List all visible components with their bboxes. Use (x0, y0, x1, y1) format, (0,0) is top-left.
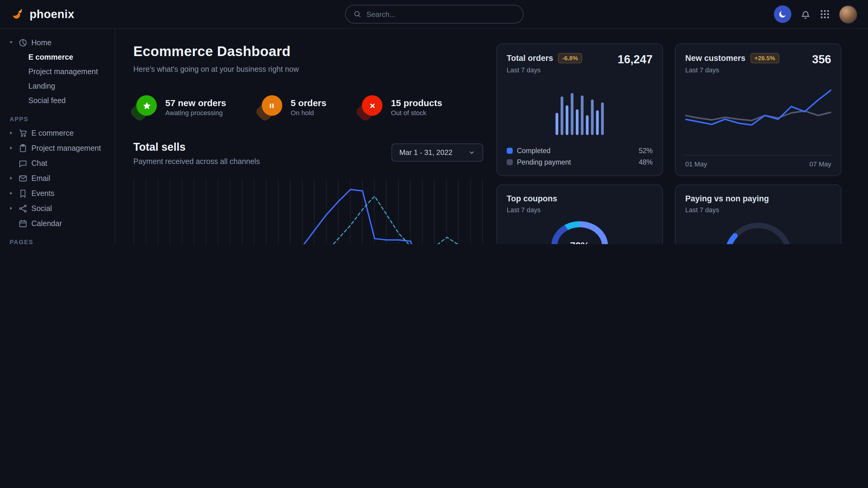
top-coupons-card: Top coupons Last 7 days 72% Percentage d… (496, 185, 663, 244)
stat-value: 5 orders (291, 97, 326, 108)
search-icon (353, 10, 361, 18)
global-search-input[interactable] (367, 10, 515, 19)
paying-vs-nonpaying-card: Paying vs non paying Last 7 days Paying … (675, 185, 841, 244)
star-badge-icon (133, 95, 157, 118)
calendar-icon (19, 219, 27, 228)
card-title: Total orders (507, 54, 553, 63)
stat-caption: On hold (291, 109, 326, 116)
caret-right-icon (9, 176, 14, 180)
chat-icon (19, 159, 27, 167)
total-orders-card: Total orders -6.8% Last 7 days 16,247 Co… (496, 43, 663, 176)
pause-badge-icon (259, 95, 283, 118)
chevron-down-icon (468, 149, 475, 156)
stat-awating-processing: 57 new ordersAwating processing (133, 95, 226, 118)
caret-right-icon (9, 206, 14, 210)
bar-chart-area (507, 73, 653, 145)
axis-label: 01 May (685, 160, 707, 168)
sidebar-item-home[interactable]: Home (5, 35, 110, 50)
mail-icon (19, 174, 27, 182)
stat-out-of-stock: 15 productsOut of stock (359, 95, 442, 118)
sidebar-group-label-apps: APPS (10, 116, 105, 122)
brand[interactable]: phoenix (11, 7, 74, 21)
new-customers-chart (685, 79, 831, 151)
total-sells-chart (133, 176, 483, 244)
x-axis-labels: 01 May 07 May (685, 155, 831, 168)
total-sells-chart-area: 01 May 15 May 30 May (133, 176, 483, 244)
pie-icon (19, 38, 27, 47)
stats-row: 57 new ordersAwating processing5 ordersO… (133, 94, 483, 119)
card-value: 356 (812, 53, 831, 66)
app-root: phoenix HomeE commerceProject management… (0, 0, 868, 244)
stat-caption: Awating processing (165, 109, 226, 116)
cart-icon (19, 129, 27, 137)
sidebar-item-label: Chat (31, 159, 48, 167)
clipboard-icon (19, 144, 27, 152)
sidebar-item-social[interactable]: Social (5, 201, 110, 216)
sidebar-group-label-pages: PAGES (10, 239, 105, 244)
card-title: New customers (685, 54, 746, 63)
sidebar-item-email[interactable]: Email (5, 171, 110, 186)
main-content: Ecommerce Dashboard Here's what's going … (115, 29, 868, 244)
share-icon (19, 204, 27, 213)
legend-value: 52% (639, 147, 653, 154)
sidebar-item-social-feed[interactable]: Social feed (5, 93, 110, 108)
brand-name: phoenix (30, 7, 74, 21)
card-period: Last 7 days (507, 66, 582, 73)
stat-value: 15 products (391, 97, 442, 108)
sidebar-item-label: Project management (31, 144, 101, 152)
sidebar-item-events[interactable]: Events (5, 186, 110, 201)
sidebar: HomeE commerceProject managementLandingS… (0, 29, 115, 244)
user-avatar[interactable] (839, 5, 857, 23)
page-title: Ecommerce Dashboard (133, 43, 483, 60)
sidebar-item-calendar[interactable]: Calendar (5, 216, 110, 231)
card-period: Last 7 days (685, 206, 769, 214)
caret-down-icon (9, 40, 14, 44)
sidebar-item-e-commerce[interactable]: E commerce (5, 125, 110, 140)
legend-swatch (507, 148, 513, 154)
sidebar-item-project-management[interactable]: Project management (5, 65, 110, 79)
kpi-cards-grid: Total orders -6.8% Last 7 days 16,247 Co… (496, 43, 841, 244)
moon-icon (778, 10, 787, 19)
x-badge-icon (359, 95, 383, 118)
sidebar-item-e-commerce[interactable]: E commerce (5, 50, 110, 65)
phoenix-logo-icon (11, 7, 25, 21)
sidebar-item-label: Email (31, 174, 50, 182)
caret-right-icon (9, 146, 14, 150)
notifications-bell-icon[interactable] (801, 9, 811, 19)
theme-toggle-button[interactable] (774, 5, 792, 23)
dashboard-top-section: Ecommerce Dashboard Here's what's going … (115, 29, 868, 244)
legend-item-completed: Completed52% (507, 145, 653, 156)
caret-right-icon (9, 131, 14, 135)
axis-label: 07 May (809, 160, 831, 168)
date-range-select[interactable]: Mar 1 - 31, 2022 (392, 143, 483, 162)
card-value: 16,247 (618, 53, 653, 66)
date-range-value: Mar 1 - 31, 2022 (399, 148, 453, 157)
global-search[interactable] (345, 5, 523, 24)
legend-label: Pending payment (517, 158, 571, 165)
card-title: Top coupons (507, 194, 557, 203)
sidebar-item-chat[interactable]: Chat (5, 156, 110, 171)
coupons-donut-chart: 72% (551, 221, 608, 244)
sidebar-item-label: Events (31, 189, 54, 197)
donut-center-label: 72% (570, 240, 589, 244)
sidebar-item-landing[interactable]: Landing (5, 79, 110, 93)
card-title: Paying vs non paying (685, 194, 769, 203)
sidebar-item-label: Social (31, 204, 52, 213)
legend-value: 48% (639, 158, 653, 165)
top-navbar: phoenix (0, 0, 868, 29)
total-orders-bar-chart (555, 83, 604, 135)
sidebar-item-project-management[interactable]: Project management (5, 140, 110, 156)
stat-value: 57 new orders (165, 97, 226, 108)
dashboard-left-column: Ecommerce Dashboard Here's what's going … (133, 43, 483, 244)
stat-on-hold: 5 ordersOn hold (259, 95, 326, 118)
sidebar-item-label: Home (31, 38, 52, 47)
paying-gauge-chart (712, 217, 804, 244)
legend-swatch (507, 159, 513, 165)
total-sells-title: Total sells (133, 141, 260, 154)
apps-grid-icon[interactable] (820, 9, 830, 19)
card-period: Last 7 days (685, 66, 779, 73)
card-period: Last 7 days (507, 206, 557, 214)
total-sells-header: Total sells Payment received across all … (133, 141, 483, 166)
stat-caption: Out of stock (391, 109, 442, 116)
total-sells-subtitle: Payment received across all channels (133, 157, 260, 166)
